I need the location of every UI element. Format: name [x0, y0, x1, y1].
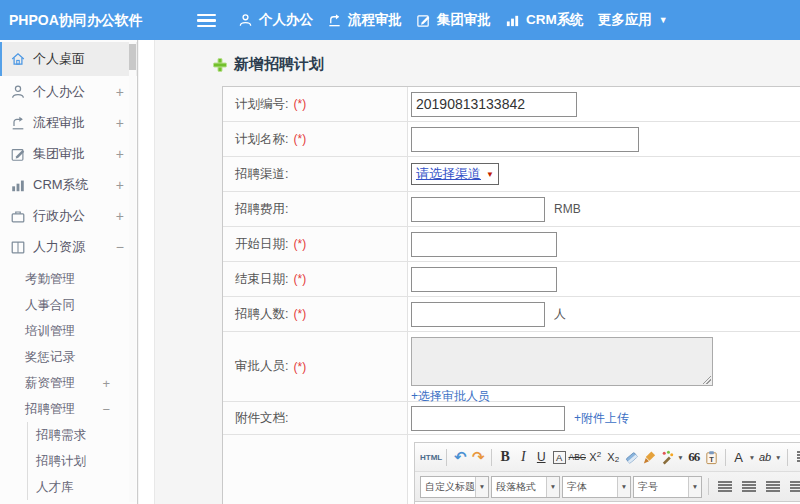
resize-handle-icon[interactable] — [702, 375, 711, 384]
custom-heading-dropdown[interactable]: 自定义标题▼ — [420, 476, 489, 498]
app-logo: PHPOA协同办公软件 — [9, 0, 143, 40]
undo-button[interactable]: ↶ — [451, 447, 469, 467]
brush-icon — [642, 450, 657, 465]
html-source-button[interactable]: HTML — [420, 447, 442, 467]
superscript-button[interactable]: X2 — [586, 447, 604, 467]
top-navbar: PHPOA协同办公软件 个人办公 流程审批 集团审批 CRM系统 更多应用 ▼ — [0, 0, 800, 40]
approvers-textarea[interactable] — [411, 337, 713, 386]
chart-icon — [505, 13, 520, 28]
align-center-button[interactable] — [742, 481, 756, 493]
start-date-input[interactable] — [411, 232, 557, 257]
editor-toolbar-row1: HTML ↶ ↷ B I U A ABC X2 X2 — [415, 443, 800, 472]
sidebar-subitem-recruit-need[interactable]: 招聘需求 — [28, 422, 137, 448]
sidebar-subitem-talent-pool[interactable]: 人才库 — [28, 474, 137, 500]
expand-icon[interactable]: + — [116, 84, 124, 100]
caret-down-icon: ▼ — [475, 477, 488, 497]
blockquote-button[interactable]: 66 — [685, 447, 703, 467]
expand-icon[interactable]: − — [116, 239, 124, 255]
align-right-button[interactable] — [766, 481, 780, 493]
page-title: 新增招聘计划 — [213, 55, 324, 74]
briefcase-icon — [10, 208, 26, 224]
form-row-end-date: 结束日期:(*) — [223, 262, 800, 297]
format-brush-button[interactable] — [640, 447, 658, 467]
field-label: 招聘渠道: — [235, 166, 288, 183]
sidebar-subitem-training[interactable]: 培训管理 — [0, 318, 137, 344]
form-row-headcount: 招聘人数:(*) 人 — [223, 297, 800, 332]
align-justify-button[interactable] — [790, 481, 800, 493]
sidebar-item-crm[interactable]: CRM系统 + — [0, 169, 137, 200]
format-painter-button[interactable] — [658, 447, 676, 467]
headcount-input[interactable] — [411, 302, 545, 327]
home-icon — [10, 51, 26, 67]
sidebar-item-admin-office[interactable]: 行政办公 + — [0, 200, 137, 231]
form-row-start-date: 开始日期:(*) — [223, 227, 800, 262]
nav-item-personal-office[interactable]: 个人办公 — [238, 0, 313, 40]
sidebar-scrollbar[interactable] — [129, 42, 136, 502]
form-row-plan-name: 计划名称:(*) — [223, 122, 800, 157]
font-color-button[interactable]: A — [730, 447, 748, 467]
sidebar-item-group-approval[interactable]: 集团审批 + — [0, 138, 137, 169]
attachment-upload-link[interactable]: +附件上传 — [574, 412, 629, 424]
expand-icon[interactable]: − — [102, 402, 110, 417]
end-date-input[interactable] — [411, 267, 557, 292]
plan-name-input[interactable] — [411, 127, 639, 152]
fee-input[interactable] — [411, 197, 545, 222]
paragraph-format-dropdown[interactable]: 段落格式▼ — [491, 476, 560, 498]
caret-down-icon[interactable]: ▼ — [775, 454, 781, 461]
expand-icon[interactable]: + — [116, 146, 124, 162]
main-content: 新增招聘计划 计划编号:(*) 计划名称:(*) 招聘渠道: 请选择渠道▼ 招聘… — [156, 40, 800, 504]
list-button[interactable] — [797, 451, 800, 463]
sidebar-item-desktop[interactable]: 个人桌面 — [0, 42, 137, 76]
select-approvers-link[interactable]: +选择审批人员 — [411, 390, 490, 402]
sidebar-item-hr[interactable]: 人力资源 − — [0, 231, 137, 262]
editor-toolbar-row2: 自定义标题▼ 段落格式▼ 字体▼ 字号▼ — [415, 472, 800, 502]
process-icon — [10, 115, 26, 131]
required-mark: (*) — [293, 132, 306, 146]
caret-down-icon[interactable]: ▼ — [749, 454, 755, 461]
recruit-submenu: 招聘需求 招聘计划 人才库 — [27, 422, 137, 500]
strikethrough-button[interactable]: ABC — [568, 447, 586, 467]
font-family-dropdown[interactable]: 字体▼ — [562, 476, 631, 498]
redo-button[interactable]: ↷ — [469, 447, 487, 467]
expand-icon[interactable]: + — [116, 177, 124, 193]
expand-icon[interactable]: + — [116, 115, 124, 131]
paste-button[interactable]: T — [703, 447, 721, 467]
sidebar-subitem-hr-contract[interactable]: 人事合同 — [0, 292, 137, 318]
plan-no-input[interactable] — [411, 92, 577, 117]
nav-item-crm[interactable]: CRM系统 — [505, 0, 584, 40]
process-icon — [327, 13, 342, 28]
caret-down-icon[interactable]: ▼ — [677, 454, 683, 461]
user-icon — [10, 84, 26, 100]
eraser-button[interactable] — [622, 447, 640, 467]
chart-icon — [10, 177, 26, 193]
bold-button[interactable]: B — [496, 447, 514, 467]
sidebar-item-process-approval[interactable]: 流程审批 + — [0, 107, 137, 138]
nav-item-group-approval[interactable]: 集团审批 — [416, 0, 491, 40]
expand-icon[interactable]: + — [102, 376, 110, 391]
scrollbar-thumb[interactable] — [129, 44, 136, 70]
expand-icon[interactable]: + — [116, 208, 124, 224]
sidebar-subitem-recruit-plan[interactable]: 招聘计划 — [28, 448, 137, 474]
sidebar-subitem-salary[interactable]: 薪资管理+ — [0, 370, 137, 396]
menu-toggle-icon[interactable] — [197, 14, 216, 27]
sidebar-subitem-recruit[interactable]: 招聘管理− — [0, 396, 137, 422]
headcount-unit: 人 — [554, 306, 566, 323]
sidebar-subitem-attendance[interactable]: 考勤管理 — [0, 266, 137, 292]
add-icon — [213, 58, 227, 72]
font-size-dropdown[interactable]: 字号▼ — [633, 476, 702, 498]
subscript-button[interactable]: X2 — [604, 447, 622, 467]
underline-button[interactable]: U — [532, 447, 550, 467]
nav-item-process-approval[interactable]: 流程审批 — [327, 0, 402, 40]
attachment-input[interactable] — [411, 406, 565, 431]
autotypeset-button[interactable]: A — [553, 451, 566, 464]
align-left-button[interactable] — [718, 481, 732, 493]
form-row-plan-no: 计划编号:(*) — [223, 87, 800, 122]
italic-button[interactable]: I — [514, 447, 532, 467]
sidebar-subitem-rewards[interactable]: 奖惩记录 — [0, 344, 137, 370]
highlight-button[interactable]: ab — [756, 447, 774, 467]
form-row-attachment: 附件文档: +附件上传 — [223, 402, 800, 435]
caret-down-icon: ▼ — [688, 477, 701, 497]
nav-item-more-apps[interactable]: 更多应用 ▼ — [598, 0, 668, 40]
channel-select[interactable]: 请选择渠道▼ — [411, 163, 499, 185]
sidebar-item-personal-office[interactable]: 个人办公 + — [0, 76, 137, 107]
